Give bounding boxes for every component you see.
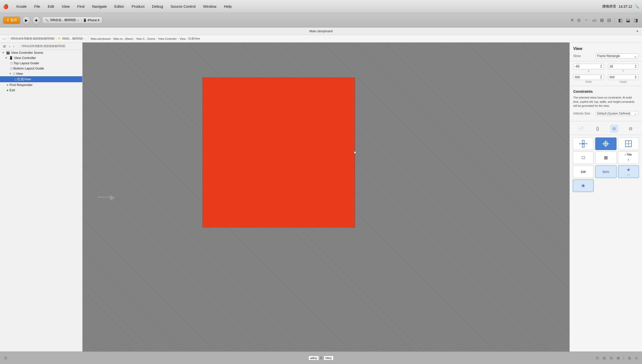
more-icon: ··· [627,173,630,176]
scheme-icon: 🔨 [45,18,49,22]
add-editor-btn[interactable]: + [636,29,638,34]
jump-bar-btn[interactable]: ⊙ [576,16,582,24]
tab-identity[interactable]: ⊙ [610,125,618,133]
height-input[interactable]: 600 ▲ ▼ [608,74,639,80]
w-down[interactable]: ▼ [600,77,602,79]
width-size-btn[interactable]: wAny [308,356,319,360]
h-down[interactable]: ▼ [635,77,637,79]
stop-run-button[interactable]: ■ [32,16,40,24]
editor-standard-btn[interactable]: ▭ [591,16,598,24]
star2-icon: ★ [581,182,586,189]
grid-btn-2[interactable] [595,138,616,150]
inspector-grid-right[interactable]: ⊙ [634,356,639,360]
grid-btn-star2[interactable]: ★ [573,180,594,192]
tree-item-exit[interactable]: ● Exit [0,88,82,93]
height-stepper[interactable]: ▲ ▼ [635,75,637,79]
tree-item-bottom-layout[interactable]: □ Bottom Layout Guide [0,66,82,71]
editor-version-btn[interactable]: ⊟ [606,16,612,24]
scheme-selector[interactable]: 🔨 006自动…相同间距 › 📱 iPhone 6 [42,17,102,24]
show-dropdown[interactable]: Frame Rectangle ⌄ [595,54,638,58]
grid-btn-star[interactable]: ★ ··· [618,166,639,178]
layout-icon-btn[interactable]: ≡ [570,16,574,24]
debug-btn[interactable]: ⬓ [625,16,631,24]
menu-view[interactable]: View [60,3,71,10]
red-view[interactable] [202,78,355,228]
tree-item-red-view[interactable]: □ 红色View [0,76,82,82]
breadcrumb-item-7[interactable]: 红色View [188,37,200,40]
grid-btn-3[interactable] [618,138,639,150]
tree-item-scene[interactable]: ▼ 🎬 View Controller Scene [0,50,82,55]
sidebar-nav-forward[interactable]: › [12,44,16,49]
y-stepper[interactable]: ▲ ▼ [635,64,637,68]
breadcrumb-item-5[interactable]: View Controller [158,37,177,40]
y-down[interactable]: ▼ [635,66,637,68]
breadcrumb-item-4[interactable]: View C…Scene [136,37,155,40]
menu-edit[interactable]: Edit [46,3,56,10]
grid-btn-5[interactable]: ⊞ [595,152,616,164]
tree-item-top-layout[interactable]: □ Top Layout Guide [0,60,82,66]
utilities-btn[interactable]: ◨ [633,16,639,24]
inspector-grid-left[interactable]: ⊞ [627,356,632,360]
sidebar-nav-icons[interactable]: ⊞ [2,44,7,49]
menu-debug[interactable]: Debug [150,3,164,10]
tab-quick-help[interactable]: {} [594,125,602,133]
menu-help[interactable]: Help [222,3,233,10]
menu-find[interactable]: Find [76,3,86,10]
tree-label-fr: First Responder [10,83,32,87]
menu-file[interactable]: File [33,3,42,10]
menu-source-control[interactable]: Source Control [169,3,197,10]
tree-label-bottom: Bottom Layout Guide [14,66,44,70]
breadcrumb-item-2[interactable]: Main.storyboard [91,37,110,40]
stop-button[interactable]: ⏸ 暂停 [3,16,20,24]
breadcrumb-item-6[interactable]: View [180,37,186,40]
grid-btn-1[interactable] [573,138,594,150]
intrinsic-dropdown[interactable]: Default (System Defined) ⌄ [595,111,638,116]
tab-file[interactable]: 📄 [577,125,585,133]
zoom-fill-btn[interactable]: ⊞ [602,356,607,360]
menu-navigate[interactable]: Navigate [90,3,108,10]
grid-btn-4[interactable]: □ [573,152,594,164]
height-size-btn[interactable]: hAny [324,356,334,360]
inspector-tabs: 📄 {} ⊙ ⊟ [570,123,642,135]
constraints-text: The selected views have no constraints. … [570,94,642,110]
menu-xcode[interactable]: Xcode [14,3,28,10]
dropdown-arrow: ⌄ [634,54,637,58]
editor-assistant-btn[interactable]: ⊞ [599,16,605,24]
resize-handle[interactable] [354,152,356,154]
stop-icon: ⏸ [6,18,10,22]
y-input[interactable]: 28 ▲ ▼ [608,64,639,69]
grid-btn-edit[interactable]: Edit [573,166,594,178]
menu-window[interactable]: Window [202,3,218,10]
svg-point-8 [605,143,606,144]
tree-item-viewcontroller[interactable]: ▼ 📱 View Controller [0,55,82,60]
nav-back-btn[interactable]: ‹ [2,37,4,40]
navigator-btn[interactable]: ◧ [617,16,624,24]
view-mode-btn[interactable]: ⊠ [616,356,621,360]
apple-menu[interactable]: 🍎 [3,4,8,9]
search-icon[interactable]: 🔍 [635,4,639,8]
width-stepper[interactable]: ▲ ▼ [600,75,602,79]
intrinsic-label: Intrinsic Size [573,112,593,115]
run-button[interactable]: ▶ [22,16,30,24]
x-input[interactable]: -69 ▲ ▼ [573,64,604,69]
tab-attributes[interactable]: ⊟ [627,125,635,133]
breadcrumb-item-1[interactable]: 006自…相同间距 [62,37,83,40]
breadcrumb-item-0[interactable]: 006自动布局案例-底部按钮相同间距 [11,37,55,40]
tree-item-first-responder[interactable]: ● First Responder [0,82,82,88]
x-down[interactable]: ▼ [600,66,602,68]
menu-editor[interactable]: Editor [113,3,126,10]
width-input[interactable]: 600 ▲ ▼ [573,74,604,80]
expand-icon: ▼ [9,72,12,75]
x-stepper[interactable]: ▲ ▼ [600,64,602,68]
breadcrumb-item-3[interactable]: Main.st…(Base) [114,37,133,40]
grid-btn-title[interactable]: ‹ Title ‹ [618,152,639,164]
tree-item-view[interactable]: ▼ □ View [0,71,82,76]
back-btn[interactable]: ← [583,16,590,24]
zoom-fit-btn[interactable]: ⊡ [595,356,600,360]
nav-forward-btn[interactable]: › [4,37,6,40]
menu-product[interactable]: Product [130,3,146,10]
sidebar-nav-back[interactable]: ‹ [8,44,11,49]
grid-btn-item[interactable]: Item [595,166,616,178]
bottom-circle-btn[interactable]: ⊙ [3,355,8,361]
grid-view-btn[interactable]: ⊟ [609,356,614,360]
